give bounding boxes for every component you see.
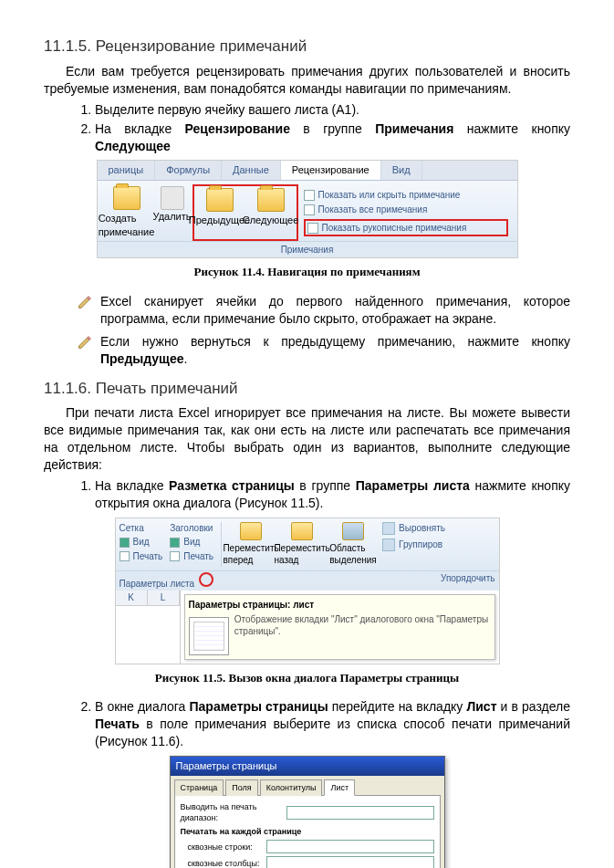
t: Если нужно вернуться к предыдущему приме… bbox=[100, 334, 570, 349]
print-check[interactable]: Печать bbox=[120, 550, 163, 563]
checkbox-icon bbox=[170, 538, 180, 548]
figure-11-4: раницы Формулы Данные Рецензирование Вид… bbox=[97, 160, 518, 258]
send-backward-button[interactable]: Переместить назад bbox=[280, 522, 324, 567]
label: Показать рукописные примечания bbox=[322, 222, 467, 235]
folder-icon bbox=[291, 522, 313, 540]
tooltip-title: Параметры страницы: лист bbox=[189, 599, 491, 612]
highlight-nav-buttons: Предыдущее Следующее bbox=[193, 184, 298, 241]
dialog-tab-sheet[interactable]: Лист bbox=[324, 779, 355, 796]
ribbon-group-label: Примечания bbox=[98, 241, 517, 258]
ribbon-tab[interactable]: раницы bbox=[98, 161, 156, 180]
section-heading-1: 11.1.5. Рецензирование примечаний bbox=[44, 37, 570, 58]
label: Область выделения bbox=[329, 542, 376, 567]
next-comment-button[interactable]: Следующее bbox=[245, 186, 297, 239]
view-check[interactable]: Вид bbox=[120, 536, 163, 549]
ribbon-tab[interactable]: Данные bbox=[222, 161, 281, 180]
col-header: Сетка bbox=[120, 522, 163, 535]
selection-pane-button[interactable]: Область выделения bbox=[331, 522, 375, 567]
dialog-tab-page[interactable]: Страница bbox=[174, 779, 224, 796]
label: Выровнять bbox=[399, 522, 445, 535]
label: Создать примечание bbox=[99, 212, 155, 239]
pencil-icon bbox=[77, 335, 93, 350]
ribbon-tab[interactable]: Вид bbox=[381, 161, 422, 180]
dialog-launcher-highlight[interactable] bbox=[199, 572, 213, 587]
folder-icon bbox=[206, 188, 234, 212]
tooltip-thumbnail bbox=[189, 617, 229, 655]
label: Показать все примечания bbox=[318, 204, 428, 216]
step-2-2: В окне диалога Параметры страницы перейд… bbox=[95, 698, 570, 750]
ribbon-tab[interactable]: Формулы bbox=[155, 161, 222, 180]
step-1-2: На вкладке Рецензирование в группе Приме… bbox=[95, 120, 570, 155]
repeat-rows-input[interactable] bbox=[266, 840, 434, 853]
checkbox-icon bbox=[170, 551, 180, 561]
dialog-tab-margins[interactable]: Поля bbox=[225, 779, 257, 796]
view-check[interactable]: Вид bbox=[170, 536, 213, 549]
group-button[interactable]: Группиров bbox=[382, 539, 445, 551]
t: Параметры страницы bbox=[189, 699, 328, 714]
label: Вид bbox=[183, 536, 200, 549]
checkbox-icon bbox=[120, 538, 130, 548]
checkbox-icon bbox=[304, 204, 315, 215]
label: Удалить bbox=[153, 210, 192, 224]
t: Разметка страницы bbox=[169, 478, 295, 493]
delete-comment-button[interactable]: Удалить bbox=[152, 184, 193, 241]
t: в поле примечания выберите из списка спо… bbox=[95, 716, 570, 748]
intro-1: Если вам требуется рецензировать примеча… bbox=[44, 63, 570, 98]
folder-icon bbox=[113, 186, 140, 210]
pencil-icon bbox=[77, 295, 93, 309]
label: Переместить назад bbox=[274, 542, 329, 567]
show-hide-comment-check[interactable]: Показать или скрыть примечание bbox=[304, 189, 508, 202]
step-1-1: Выделите первую ячейку вашего листа (A1)… bbox=[95, 101, 570, 119]
prev-comment-button[interactable]: Предыдущее bbox=[194, 186, 245, 239]
delete-icon bbox=[161, 186, 184, 210]
figure-caption-2: Рисунок 11.5. Вызов окна диалога Парамет… bbox=[44, 670, 570, 686]
t: На вкладке bbox=[95, 121, 185, 136]
ribbon-tab-review[interactable]: Рецензирование bbox=[281, 161, 381, 180]
dialog-title: Параметры страницы bbox=[171, 757, 444, 776]
show-all-comments-check[interactable]: Показать все примечания bbox=[304, 204, 508, 216]
checkbox-icon bbox=[307, 223, 318, 234]
label: Переместить вперед bbox=[223, 542, 278, 567]
note-text-1: Excel сканирует ячейки до первого найден… bbox=[100, 293, 570, 328]
print-check[interactable]: Печать bbox=[170, 550, 213, 563]
col-header: K bbox=[116, 591, 148, 605]
checkbox-icon bbox=[120, 551, 130, 561]
label: Предыдущее bbox=[189, 214, 250, 227]
t: Следующее bbox=[95, 139, 171, 153]
pencil-list: Excel сканирует ячейки до первого найден… bbox=[77, 293, 570, 368]
pane-icon bbox=[342, 522, 364, 540]
t: нажмите кнопку bbox=[453, 121, 570, 136]
label: Группиров bbox=[399, 539, 442, 551]
col-header: L bbox=[148, 591, 180, 605]
label: сквозные строки: bbox=[181, 842, 261, 852]
align-button[interactable]: Выровнять bbox=[382, 522, 445, 535]
dialog-tab-headerfooter[interactable]: Колонтитулы bbox=[260, 779, 323, 796]
col-header: Заголовки bbox=[170, 522, 213, 535]
t: . bbox=[183, 351, 187, 366]
t: Примечания bbox=[375, 121, 453, 136]
steps-2b: В окне диалога Параметры страницы перейд… bbox=[44, 698, 570, 750]
t: Параметры листа bbox=[356, 478, 470, 493]
bring-forward-button[interactable]: Переместить вперед bbox=[229, 522, 273, 567]
figure-11-6: Параметры страницы Страница Поля Колонти… bbox=[170, 756, 445, 868]
group-label: Параметры листа bbox=[120, 579, 195, 589]
t: Рецензирование bbox=[185, 121, 290, 136]
checkbox-icon bbox=[304, 190, 315, 201]
steps-1: Выделите первую ячейку вашего листа (A1)… bbox=[44, 101, 570, 155]
t: На вкладке bbox=[95, 478, 169, 493]
label: Показать или скрыть примечание bbox=[318, 189, 461, 202]
label: сквозные столбцы: bbox=[181, 858, 261, 868]
section-heading-2: 11.1.6. Печать примечаний bbox=[44, 379, 570, 400]
repeat-cols-input[interactable] bbox=[266, 856, 434, 868]
tooltip-body: Отображение вкладки "Лист" диалогового о… bbox=[234, 613, 491, 638]
show-ink-comments-check[interactable]: Показать рукописные примечания bbox=[304, 219, 508, 237]
intro-2: При печати листа Excel игнорирует все пр… bbox=[44, 404, 570, 474]
create-comment-button[interactable]: Создать примечание bbox=[101, 184, 152, 241]
label: Вид bbox=[133, 536, 150, 549]
t: Печать bbox=[95, 716, 140, 731]
label: Следующее bbox=[243, 214, 299, 227]
align-icon bbox=[382, 522, 395, 535]
print-range-input[interactable] bbox=[286, 806, 434, 820]
label: Печать bbox=[183, 550, 213, 563]
label: Выводить на печать диапазон: bbox=[181, 801, 281, 823]
